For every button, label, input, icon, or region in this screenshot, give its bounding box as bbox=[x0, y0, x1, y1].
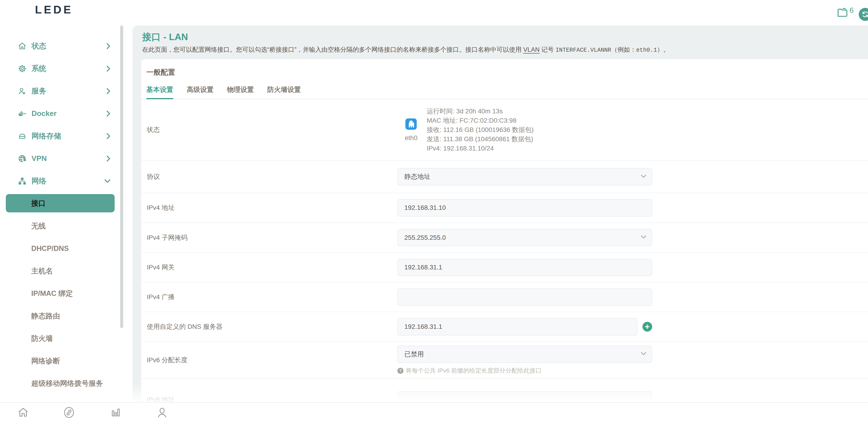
sidebar-subitem-modem-dial[interactable]: 超级移动网络拨号服务 bbox=[0, 372, 123, 395]
tab-advanced-settings[interactable]: 高级设置 bbox=[187, 85, 214, 99]
desc-text: ）。 bbox=[657, 46, 670, 53]
sidebar-subitem-interfaces[interactable]: 接口 bbox=[0, 192, 123, 215]
selected-value: 255.255.255.0 bbox=[404, 234, 446, 242]
config-tabbar: 基本设置 高级设置 物理设置 防火墙设置 bbox=[141, 85, 868, 99]
field-label: 协议 bbox=[147, 172, 397, 181]
page-description: 在此页面，您可以配置网络接口。您可以勾选“桥接接口”，并输入由空格分隔的多个网络… bbox=[142, 46, 670, 54]
sidebar-subitem-label: DHCP/DNS bbox=[31, 244, 69, 253]
stat-mac: MAC 地址: FC:7C:02:D0:C3:98 bbox=[427, 116, 534, 125]
code-text: eth0.1 bbox=[636, 47, 657, 54]
sidebar-subitem-dhcp-dns[interactable]: DHCP/DNS bbox=[0, 237, 123, 260]
sidebar-item-label: 系统 bbox=[31, 63, 46, 74]
footer-link-icon[interactable] bbox=[63, 406, 75, 419]
field-hint: ? 将每个公共 IPv6 前缀的给定长度部分分配给此接口 bbox=[397, 367, 652, 375]
sidebar-item-label: 网络存储 bbox=[31, 131, 61, 141]
field-label: 使用自定义的 DNS 服务器 bbox=[147, 322, 397, 331]
desc-text: 记号 bbox=[539, 46, 556, 53]
ipv4-gateway-input[interactable] bbox=[397, 259, 652, 276]
status-value: eth0 运行时间: 3d 20h 40m 13s MAC 地址: FC:7C:… bbox=[397, 107, 652, 153]
code-text: INTERFACE.VLANNR bbox=[556, 47, 611, 54]
field-label: IPv6 分配长度 bbox=[147, 356, 397, 365]
sidebar-item-network-storage[interactable]: 网络存储 bbox=[0, 125, 123, 147]
protocol-select[interactable]: 静态地址 bbox=[397, 168, 652, 186]
sidebar-nav: 状态 系统 服务 Docke bbox=[0, 35, 123, 192]
tab-firewall-settings[interactable]: 防火墙设置 bbox=[267, 85, 301, 99]
stat-ipv4: IPv4: 192.168.31.10/24 bbox=[427, 144, 534, 153]
sidebar-item-network[interactable]: 网络 bbox=[0, 170, 123, 192]
form-row-ipv6-assignment: IPv6 分配长度 已禁用 ? 将每个公共 IPv6 前缀的给定长度部分分配给此… bbox=[141, 342, 868, 379]
sidebar-subitem-label: 主机名 bbox=[31, 266, 53, 276]
footer-person-icon[interactable] bbox=[156, 406, 168, 419]
footer-chart-icon[interactable] bbox=[111, 407, 121, 418]
tab-basic-settings[interactable]: 基本设置 bbox=[146, 85, 173, 99]
refresh-button[interactable] bbox=[859, 8, 868, 21]
sidebar-item-label: VPN bbox=[31, 154, 47, 163]
sidebar-item-status[interactable]: 状态 bbox=[0, 35, 123, 57]
sidebar-subitem-label: IP/MAC 绑定 bbox=[31, 289, 73, 299]
sidebar-subnav-network: 接口 无线 DHCP/DNS 主机名 IP/MAC 绑定 静态路由 防火墙 网络… bbox=[0, 192, 123, 395]
sidebar-subitem-ip-mac-binding[interactable]: IP/MAC 绑定 bbox=[0, 282, 123, 305]
vlan-link[interactable]: VLAN bbox=[523, 46, 539, 54]
sidebar-subitem-label: 接口 bbox=[31, 198, 45, 208]
device-name: eth0 bbox=[405, 134, 417, 142]
unsaved-changes-button[interactable]: 6 bbox=[837, 7, 854, 18]
sidebar-subitem-hostname[interactable]: 主机名 bbox=[0, 260, 123, 282]
vpn-globe-lock-icon bbox=[18, 154, 27, 163]
add-dns-button[interactable] bbox=[643, 322, 652, 332]
sidebar-subitem-label: 超级移动网络拨号服务 bbox=[31, 378, 103, 388]
network-nodes-icon bbox=[18, 177, 27, 185]
ipv6-assignment-select[interactable]: 已禁用 bbox=[397, 345, 652, 363]
tab-physical-settings[interactable]: 物理设置 bbox=[227, 85, 254, 99]
sidebar-subitem-firewall[interactable]: 防火墙 bbox=[0, 327, 123, 350]
field-label: 状态 bbox=[147, 125, 397, 134]
sidebar-item-label: 服务 bbox=[31, 86, 46, 96]
storage-drive-icon bbox=[18, 132, 27, 140]
stat-tx: 发送: 111.38 GB (104560861 数据包) bbox=[427, 135, 534, 144]
sidebar-item-label: 网络 bbox=[31, 176, 46, 186]
plus-icon bbox=[645, 324, 650, 329]
chevron-down-icon bbox=[641, 351, 647, 356]
field-label: IPv4 子网掩码 bbox=[147, 233, 397, 242]
dns-server-input[interactable] bbox=[397, 318, 637, 336]
field-label: IPv4 广播 bbox=[147, 292, 397, 302]
interface-stats: 运行时间: 3d 20h 40m 13s MAC 地址: FC:7C:02:D0… bbox=[427, 107, 534, 153]
chevron-right-icon bbox=[106, 43, 111, 49]
sidebar-subitem-static-routes[interactable]: 静态路由 bbox=[0, 305, 123, 327]
section-title: 一般配置 bbox=[141, 59, 868, 77]
chevron-right-icon bbox=[106, 110, 111, 117]
chevron-right-icon bbox=[106, 133, 111, 139]
form-row-ipv4-netmask: IPv4 子网掩码 255.255.255.0 bbox=[141, 223, 868, 253]
hint-text: 将每个公共 IPv6 前缀的给定长度部分分配给此接口 bbox=[406, 367, 541, 375]
sidebar-item-vpn[interactable]: VPN bbox=[0, 147, 123, 170]
form-row-ipv4-gateway: IPv4 网关 bbox=[141, 253, 868, 282]
sidebar-item-docker[interactable]: Docker bbox=[0, 102, 123, 125]
changes-count-badge: 6 bbox=[849, 6, 854, 18]
field-label: IPv4 网关 bbox=[147, 263, 397, 272]
sidebar-subitem-diagnostics[interactable]: 网络诊断 bbox=[0, 350, 123, 372]
footer-home-icon[interactable] bbox=[18, 407, 29, 418]
ipv4-address-input[interactable] bbox=[397, 199, 652, 217]
chevron-right-icon bbox=[106, 88, 111, 94]
gear-icon bbox=[18, 64, 27, 73]
ipv4-broadcast-input[interactable] bbox=[397, 288, 652, 306]
desc-text: 在此页面，您可以配置网络接口。您可以勾选“桥接接口”，并输入由空格分隔的多个网络… bbox=[142, 46, 523, 53]
sidebar-item-system[interactable]: 系统 bbox=[0, 57, 123, 80]
app-logo: LEDE bbox=[0, 3, 108, 16]
sidebar-scrollbar[interactable] bbox=[120, 26, 123, 328]
sidebar-item-label: Docker bbox=[31, 109, 57, 118]
form-row-status: 状态 eth0 运行时间: 3d 20h 40m 13s MAC 地址: FC:… bbox=[141, 99, 868, 161]
home-icon bbox=[18, 42, 27, 50]
ipv4-netmask-select[interactable]: 255.255.255.0 bbox=[397, 229, 652, 246]
sidebar-item-services[interactable]: 服务 bbox=[0, 80, 123, 102]
field-label: IPv4 地址 bbox=[147, 203, 397, 212]
sidebar-subitem-label: 防火墙 bbox=[31, 334, 53, 343]
sidebar-subitem-wireless[interactable]: 无线 bbox=[0, 215, 123, 237]
help-icon: ? bbox=[397, 368, 403, 374]
sidebar-subitem-label: 静态路由 bbox=[31, 311, 60, 321]
form-row-custom-dns: 使用自定义的 DNS 服务器 bbox=[141, 312, 868, 342]
main-content: 接口 - LAN 在此页面，您可以配置网络接口。您可以勾选“桥接接口”，并输入由… bbox=[132, 26, 868, 422]
footer-bar bbox=[0, 402, 868, 422]
user-star-icon bbox=[18, 87, 27, 95]
form-row-ipv4-address: IPv4 地址 bbox=[141, 193, 868, 223]
chevron-right-icon bbox=[106, 65, 111, 72]
